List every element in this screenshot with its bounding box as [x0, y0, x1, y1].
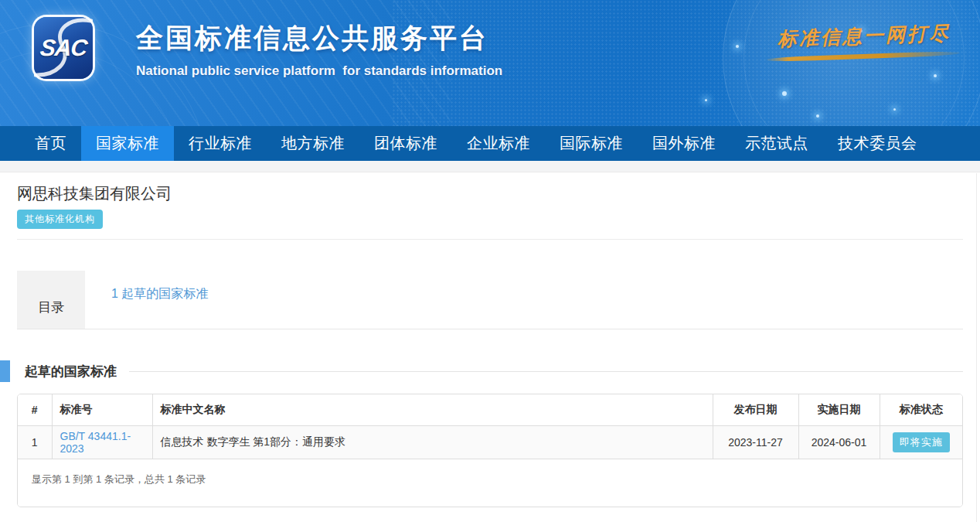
- nav-item-enterprise-standards[interactable]: 企业标准: [452, 126, 545, 161]
- main-nav: 首页 国家标准 行业标准 地方标准 团体标准 企业标准 国际标准 国外标准 示范…: [0, 126, 980, 161]
- site-banner: SAC 全国标准信息公共服务平台 National public service…: [0, 0, 980, 126]
- section-marker: [0, 360, 10, 382]
- glow-dot: [934, 74, 937, 77]
- standard-number-link[interactable]: GB/T 43441.1-2023: [60, 430, 131, 455]
- table-header-row: # 标准号 标准中文名称 发布日期 实施日期 标准状态: [18, 394, 962, 425]
- cell-standard-name: 信息技术 数字孪生 第1部分：通用要求: [152, 425, 713, 459]
- nav-item-international-standards[interactable]: 国际标准: [545, 126, 638, 161]
- glow-dot: [782, 91, 787, 96]
- col-header-index: #: [18, 394, 52, 425]
- slogan: 标准信息一网打尽: [771, 23, 957, 59]
- glow-dot: [736, 45, 739, 48]
- glow-dot: [816, 114, 819, 118]
- page: SAC 全国标准信息公共服务平台 National public service…: [0, 0, 980, 522]
- site-subtitle: National public service platform for sta…: [136, 63, 502, 79]
- nav-item-national-standards[interactable]: 国家标准: [81, 126, 174, 161]
- nav-item-local-standards[interactable]: 地方标准: [267, 126, 359, 161]
- toc-body: 1 起草的国家标准: [85, 271, 963, 329]
- col-header-standard-name: 标准中文名称: [152, 394, 713, 425]
- site-title: 全国标准信息公共服务平台: [136, 20, 502, 56]
- sub-nav-strip: [0, 161, 980, 172]
- site-titles: 全国标准信息公共服务平台 National public service pla…: [136, 20, 502, 79]
- col-header-implement-date: 实施日期: [798, 394, 880, 425]
- glow-dot: [705, 99, 707, 101]
- section-title: 起草的国家标准: [25, 363, 117, 380]
- col-header-publish-date: 发布日期: [713, 394, 798, 425]
- col-header-standard-number: 标准号: [52, 394, 152, 425]
- org-name: 网思科技集团有限公司: [17, 183, 963, 204]
- nav-item-group-standards[interactable]: 团体标准: [359, 126, 452, 161]
- slogan-text: 标准信息一网打尽: [771, 20, 957, 52]
- nav-item-home[interactable]: 首页: [20, 126, 81, 161]
- status-badge: 即将实施: [893, 432, 950, 452]
- cell-status: 即将实施: [880, 425, 962, 459]
- nav-item-industry-standards[interactable]: 行业标准: [174, 126, 267, 161]
- logo-text: SAC: [39, 35, 88, 61]
- col-header-status: 标准状态: [880, 394, 962, 425]
- standards-table-card: # 标准号 标准中文名称 发布日期 实施日期 标准状态 1 GB/T 43441…: [17, 394, 963, 507]
- toc-panel: 目录 1 起草的国家标准: [17, 271, 963, 329]
- nav-item-pilot-programs[interactable]: 示范试点: [730, 126, 823, 161]
- nav-list: 首页 国家标准 行业标准 地方标准 团体标准 企业标准 国际标准 国外标准 示范…: [0, 126, 980, 161]
- nav-item-foreign-standards[interactable]: 国外标准: [638, 126, 730, 161]
- divider: [17, 239, 963, 240]
- standards-table: # 标准号 标准中文名称 发布日期 实施日期 标准状态 1 GB/T 43441…: [18, 394, 962, 459]
- cell-publish-date: 2023-11-27: [713, 425, 798, 459]
- toc-link-drafted-national-standards[interactable]: 1 起草的国家标准: [111, 287, 208, 300]
- nav-item-technical-committees[interactable]: 技术委员会: [823, 126, 932, 161]
- pagination-info: 显示第 1 到第 1 条记录，总共 1 条记录: [18, 459, 962, 507]
- globe-decoration: [723, 0, 980, 126]
- cell-index: 1: [18, 425, 52, 459]
- section-rule: [129, 371, 963, 372]
- sac-logo[interactable]: SAC: [34, 17, 93, 79]
- toc-label: 目录: [17, 271, 85, 329]
- cell-implement-date: 2024-06-01: [798, 425, 880, 459]
- main-content: 网思科技集团有限公司 其他标准化机构 目录 1 起草的国家标准 起草的国家标准: [0, 172, 980, 507]
- table-row: 1 GB/T 43441.1-2023 信息技术 数字孪生 第1部分：通用要求 …: [18, 425, 962, 459]
- org-type-badge: 其他标准化机构: [17, 210, 103, 229]
- cell-standard-number: GB/T 43441.1-2023: [52, 425, 152, 459]
- section-header: 起草的国家标准: [0, 360, 963, 382]
- glow-dot: [893, 108, 896, 111]
